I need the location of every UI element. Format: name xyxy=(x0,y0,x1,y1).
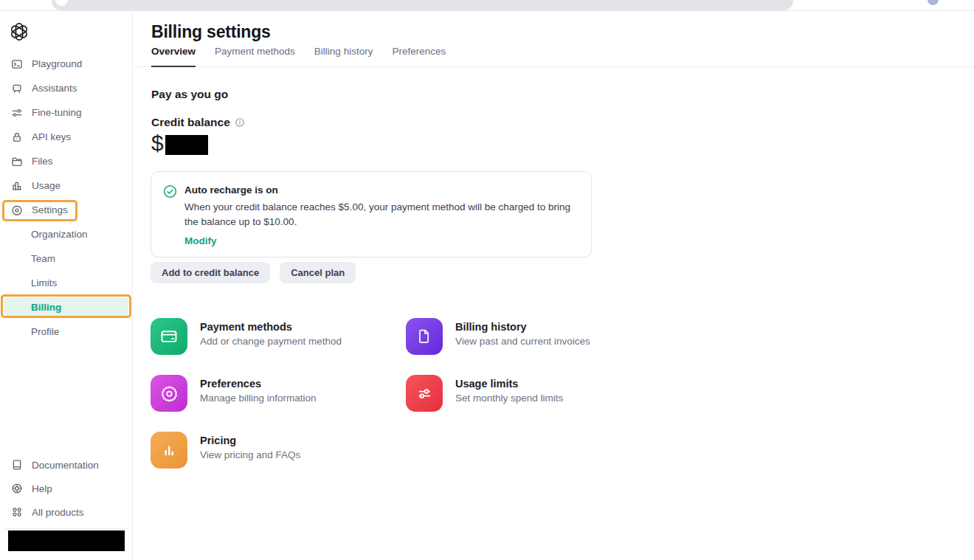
sidebar-item-api-keys[interactable]: API keys xyxy=(0,125,133,149)
plan-heading: Pay as you go xyxy=(151,88,228,101)
auto-recharge-panel: Auto recharge is on When your credit bal… xyxy=(151,171,592,257)
address-bar[interactable] xyxy=(52,0,793,10)
folder-icon xyxy=(11,156,23,167)
tab-payment-methods[interactable]: Payment methods xyxy=(215,46,295,66)
card-billing-history[interactable]: Billing history View past and current in… xyxy=(406,318,649,355)
lock-icon xyxy=(11,131,23,143)
card-title: Usage limits xyxy=(455,378,563,390)
document-icon xyxy=(406,318,443,355)
browser-chrome xyxy=(0,0,974,11)
tabs-bar: Overview Payment methods Billing history… xyxy=(134,46,974,67)
card-subtitle: Manage billing information xyxy=(200,393,317,404)
sidebar-item-organization[interactable]: Organization xyxy=(0,222,133,246)
terminal-icon xyxy=(11,58,23,70)
card-usage-limits[interactable]: Usage limits Set monthly spend limits xyxy=(406,375,649,412)
grid-icon xyxy=(11,506,23,518)
sidebar-item-billing[interactable]: Billing xyxy=(0,295,133,319)
sidebar-item-label: All products xyxy=(32,507,84,518)
sidebar-item-label: Playground xyxy=(32,58,82,69)
sidebar-item-limits[interactable]: Limits xyxy=(0,271,133,295)
credit-card-icon xyxy=(151,318,187,355)
auto-recharge-content: Auto recharge is on When your credit bal… xyxy=(184,184,577,246)
sidebar-item-assistants[interactable]: Assistants xyxy=(0,76,133,100)
check-circle-icon xyxy=(163,184,177,246)
sidebar-item-label: Help xyxy=(32,483,52,494)
cancel-plan-button[interactable]: Cancel plan xyxy=(280,262,356,283)
card-pricing[interactable]: Pricing View pricing and FAQs xyxy=(151,432,394,469)
sidebar-item-settings[interactable]: Settings xyxy=(0,198,133,222)
card-title: Pricing xyxy=(200,435,300,446)
page-title: Billing settings xyxy=(151,22,271,42)
book-icon xyxy=(11,459,23,471)
card-subtitle: View past and current invoices xyxy=(455,336,590,347)
main-content: Billing settings Overview Payment method… xyxy=(134,11,974,560)
credit-balance-label-row: Credit balance xyxy=(151,116,244,129)
sidebar-divider xyxy=(5,528,128,529)
sidebar-item-label: Files xyxy=(32,156,53,167)
billing-actions: Add to credit balance Cancel plan xyxy=(151,262,356,283)
sliders-icon xyxy=(11,107,23,119)
card-subtitle: Set monthly spend limits xyxy=(455,393,563,404)
browser-avatar[interactable] xyxy=(928,0,939,5)
bar-chart-icon xyxy=(11,180,23,192)
credit-balance-label: Credit balance xyxy=(151,116,230,129)
info-icon[interactable] xyxy=(235,118,244,127)
redacted-account-name xyxy=(8,530,125,551)
sidebar-item-all-products[interactable]: All products xyxy=(0,500,133,524)
sidebar-item-files[interactable]: Files xyxy=(0,149,133,173)
credit-balance-value: $ xyxy=(151,129,208,157)
auto-recharge-title: Auto recharge is on xyxy=(184,184,577,197)
sidebar-item-team[interactable]: Team xyxy=(0,246,133,271)
modify-link[interactable]: Modify xyxy=(184,235,577,246)
sidebar-item-playground[interactable]: Playground xyxy=(0,52,133,76)
bar-chart-icon xyxy=(151,432,187,469)
sidebar-item-label: Team xyxy=(31,253,55,264)
currency-symbol: $ xyxy=(151,129,164,157)
card-subtitle: View pricing and FAQs xyxy=(200,449,300,460)
robot-icon xyxy=(11,83,23,94)
auto-recharge-description: When your credit balance reaches $5.00, … xyxy=(184,200,577,229)
sidebar-item-label: Settings xyxy=(32,204,68,215)
card-payment-methods[interactable]: Payment methods Add or change payment me… xyxy=(151,318,394,355)
card-title: Preferences xyxy=(200,378,317,390)
sidebar-item-label: Assistants xyxy=(32,83,77,94)
sidebar-item-label: Limits xyxy=(31,277,57,288)
lifebuoy-icon xyxy=(11,483,23,494)
sidebar-item-label: Organization xyxy=(31,229,88,240)
card-title: Billing history xyxy=(455,321,590,333)
card-title: Payment methods xyxy=(200,321,342,333)
sidebar-item-documentation[interactable]: Documentation xyxy=(0,453,133,477)
tab-billing-history[interactable]: Billing history xyxy=(314,46,373,66)
tab-overview[interactable]: Overview xyxy=(151,46,196,67)
gear-icon xyxy=(151,375,187,412)
sidebar-item-label: Usage xyxy=(32,180,61,191)
sidebar-item-fine-tuning[interactable]: Fine-tuning xyxy=(0,100,133,125)
add-credit-button[interactable]: Add to credit balance xyxy=(151,262,270,283)
tab-preferences[interactable]: Preferences xyxy=(392,46,446,66)
card-preferences[interactable]: Preferences Manage billing information xyxy=(151,375,394,412)
sidebar-item-label: API keys xyxy=(32,131,71,142)
sidebar: Playground Assistants Fine-tu xyxy=(0,11,133,560)
openai-logo-icon[interactable] xyxy=(10,22,29,41)
sidebar-item-help[interactable]: Help xyxy=(0,477,133,500)
sidebar-item-profile[interactable]: Profile xyxy=(0,319,133,344)
sidebar-item-label: Fine-tuning xyxy=(32,107,82,118)
card-subtitle: Add or change payment method xyxy=(200,336,342,347)
sidebar-item-label: Billing xyxy=(31,302,61,313)
sidebar-item-label: Documentation xyxy=(32,460,99,471)
redacted-credit-balance xyxy=(165,135,208,155)
sidebar-item-usage[interactable]: Usage xyxy=(0,173,133,198)
sliders-icon xyxy=(406,375,443,412)
sidebar-item-label: Profile xyxy=(31,326,59,337)
app-window: Playground Assistants Fine-tu xyxy=(0,0,974,560)
gear-icon xyxy=(11,204,23,216)
